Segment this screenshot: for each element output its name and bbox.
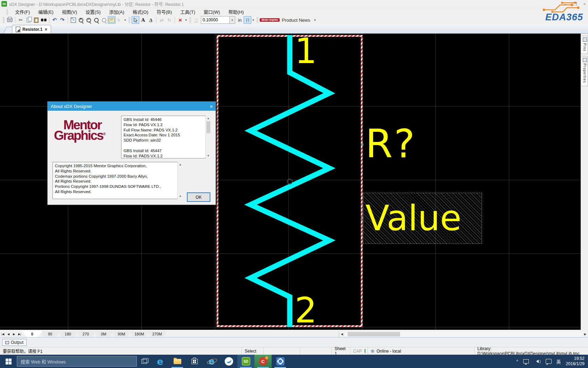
taskbar-ie[interactable]: e (203, 355, 220, 368)
taskbar-thunder[interactable] (220, 355, 237, 368)
taskbar-settings-app[interactable] (272, 355, 289, 368)
scrollbar-thumb[interactable] (206, 121, 210, 133)
ok-button[interactable]: OK (187, 192, 210, 202)
toolbar-grip[interactable] (257, 17, 258, 23)
scroll-down-icon[interactable]: ▼ (206, 153, 211, 158)
task-view-button[interactable] (137, 355, 152, 368)
zoom-out-button[interactable]: − (85, 16, 92, 24)
undo-button[interactable]: ↶ (51, 16, 58, 24)
copy-button[interactable] (24, 16, 32, 24)
properties-toggle-button[interactable] (108, 16, 115, 24)
zoom-in-button[interactable]: + (77, 16, 85, 24)
start-button[interactable] (0, 355, 17, 368)
dropdown-arrow-icon[interactable]: ▾ (123, 16, 127, 24)
select-tool-button[interactable] (132, 16, 139, 24)
zoom-selection-button[interactable] (100, 16, 108, 24)
toolbar-grip[interactable] (128, 17, 130, 23)
redo-button[interactable]: ↷ (58, 16, 66, 24)
menu-setup[interactable]: 设置(S) (81, 8, 105, 16)
text-properties-button[interactable]: A̲ (147, 16, 155, 24)
maximize-button[interactable]: ❐ (573, 2, 577, 6)
sheet-tab-90m[interactable]: 90M (111, 331, 132, 337)
menu-file[interactable]: 文件(F) (11, 8, 34, 16)
sheet-tab-270[interactable]: 270 (76, 331, 96, 337)
rotate-button[interactable]: ↻ (166, 16, 173, 24)
output-tab[interactable]: Output (2, 339, 27, 346)
taskbar-search-box[interactable]: 搜索 Web 和 Windows (17, 356, 137, 367)
dropdown-arrow-icon[interactable]: ▾ (251, 16, 255, 24)
scroll-right-icon[interactable]: ▶ (582, 332, 588, 337)
sheet-tab-180[interactable]: 180 (58, 331, 78, 337)
grid-snap-button[interactable] (192, 16, 200, 24)
taskbar-xdx-designer[interactable]: 5D (237, 355, 254, 368)
hidden-icons-chevron[interactable]: ^ (516, 359, 518, 364)
close-button[interactable]: × (583, 2, 586, 6)
pin1-label[interactable]: 1 (295, 34, 317, 69)
taskbar-store[interactable] (186, 355, 203, 368)
scroll-up-icon[interactable]: ▲ (206, 116, 211, 121)
first-sheet-button[interactable]: |◀ (0, 331, 6, 337)
toolbar-grip[interactable] (3, 17, 5, 23)
toolbar-grip[interactable] (189, 17, 191, 23)
dropdown-arrow-icon[interactable]: ▾ (313, 16, 317, 24)
selection-filter-button[interactable] (115, 16, 123, 24)
refdes-label[interactable]: R? (365, 124, 416, 163)
sheet-tab-0m[interactable]: 0M (93, 331, 114, 337)
combobox-dropdown-icon[interactable]: ▾ (229, 16, 235, 23)
menu-help[interactable]: 帮助(H) (224, 8, 248, 16)
value-selection-box[interactable]: Value (363, 193, 482, 244)
minimize-button[interactable]: – (564, 2, 567, 6)
scrollbar-track[interactable] (345, 332, 582, 337)
dock-tab-properties[interactable]: Properties (582, 56, 588, 86)
scroll-down-icon[interactable]: ▼ (178, 194, 183, 199)
last-sheet-button[interactable]: ▶| (17, 331, 22, 337)
menu-edit[interactable]: 编辑(E) (34, 8, 58, 16)
menu-format[interactable]: 格式(O) (128, 8, 153, 16)
taskbar-edge[interactable]: e (152, 355, 169, 368)
print-button[interactable] (6, 16, 14, 24)
zoom-area-button[interactable] (92, 16, 100, 24)
taskbar-explorer[interactable] (169, 355, 186, 368)
menu-view[interactable]: 视图(V) (58, 8, 81, 16)
dialog-title-bar[interactable]: About xDX Designer (48, 102, 216, 111)
scroll-up-icon[interactable]: ▲ (178, 162, 183, 167)
paste-button[interactable] (32, 16, 40, 24)
sheet-tab-270m[interactable]: 270M (147, 331, 167, 337)
menu-add[interactable]: 添加(A) (105, 8, 128, 16)
grid-toggle-button[interactable] (244, 16, 251, 24)
notifications-icon[interactable] (546, 359, 552, 364)
copyright-scrollbar[interactable]: ▲ ▼ (177, 162, 183, 199)
input-language-indicator[interactable]: 英 (556, 358, 561, 365)
cut-button[interactable]: ✂ (17, 16, 24, 24)
scroll-left-icon[interactable]: ◀ (339, 332, 345, 337)
tab-close-icon[interactable]: × (44, 27, 47, 32)
sheet-tab-0[interactable]: 0 (22, 331, 42, 337)
taskbar-clock[interactable]: 19:52 2016/1/29 (566, 356, 584, 367)
find-button[interactable] (40, 16, 48, 24)
pin2-label[interactable]: 2 (295, 293, 317, 328)
sheet-tab-180m[interactable]: 180M (129, 331, 149, 337)
network-icon[interactable] (523, 359, 529, 363)
dropdown-arrow-icon[interactable]: ▾ (184, 16, 188, 24)
speaker-icon[interactable] (534, 360, 539, 363)
toolbar-grip[interactable] (6, 9, 8, 15)
install-info-box[interactable]: GBS Install Id: 45446 Flow Id: PADS VX.1… (121, 116, 211, 158)
scrollbar-thumb[interactable] (348, 332, 400, 336)
taskbar-ccleaner[interactable]: C (254, 355, 272, 368)
prev-sheet-button[interactable]: ◀ (6, 331, 11, 337)
next-sheet-button[interactable]: ▶ (11, 331, 17, 337)
zoom-fit-button[interactable] (69, 16, 77, 24)
value-label[interactable]: Value (363, 201, 462, 236)
tab-resistor1[interactable]: Resistor.1 × (12, 25, 51, 33)
product-news-link[interactable]: Product News (282, 18, 310, 23)
text-tool-button[interactable]: A (139, 16, 147, 24)
menu-symbol[interactable]: 符号(B) (153, 8, 176, 16)
sheet-tab-90[interactable]: 90 (40, 331, 60, 337)
menu-window[interactable]: 窗口(W) (200, 8, 224, 16)
grid-spacing-input[interactable] (201, 18, 229, 22)
dialog-close-button[interactable]: × (210, 102, 213, 111)
info-scrollbar[interactable]: ▲ ▼ (205, 116, 211, 158)
dock-tab-pins[interactable]: Pins (582, 36, 588, 54)
menu-tools[interactable]: 工具(T) (176, 8, 200, 16)
copyright-box[interactable]: Copyright 1985-2015 Mentor Graphics Corp… (52, 162, 183, 199)
